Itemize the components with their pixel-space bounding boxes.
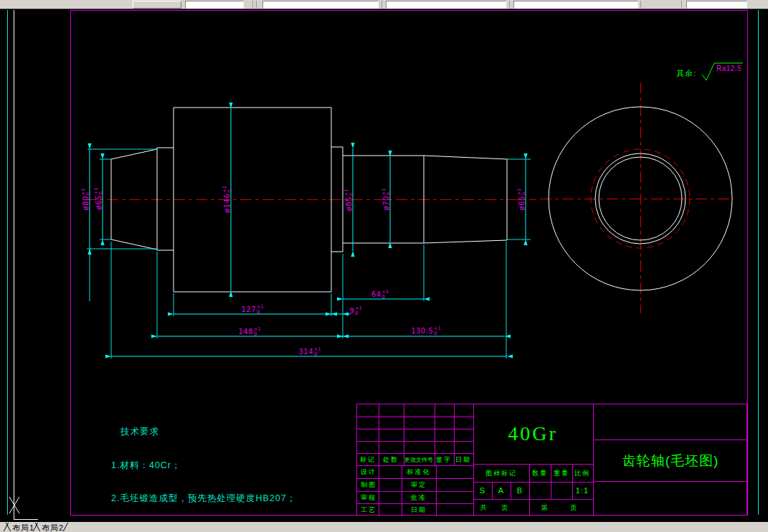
- tech-line: 2.毛坯锻造成型，预先热处理硬度HB207；: [111, 493, 301, 505]
- tb-row-standardize: 标准化: [407, 467, 431, 477]
- tb-sheet-label: 第: [541, 503, 549, 513]
- layout-tab-bar: 布局1 布局2: [0, 522, 768, 532]
- tb-row-review: 审定: [411, 480, 427, 490]
- tab-layout2[interactable]: 布局2: [42, 523, 64, 532]
- tb-header-date: 日期: [455, 455, 471, 465]
- tb-total-page-label: 页: [502, 503, 510, 513]
- tb-row-design: 设计: [361, 467, 376, 477]
- dim-314: 314+10: [298, 347, 321, 356]
- drawing-title: 齿轮轴(毛坯图): [622, 452, 719, 470]
- tech-line: 1.材料：40Cr；: [111, 460, 301, 472]
- tab-layout1[interactable]: 布局1: [12, 523, 34, 532]
- tb-scale-value: 1:1: [576, 486, 589, 495]
- autocad-window: 其余: Ra12.5 ø80+10 ø65+10 ø146+10 ø85+10 …: [0, 0, 768, 532]
- dim-127: 127+10: [241, 305, 263, 314]
- tb-header-mark: 标记: [360, 455, 376, 465]
- tb-row-date: 日期: [411, 505, 427, 515]
- surface-note-prefix: 其余:: [676, 68, 696, 79]
- tb-scale-label: 比例: [574, 469, 590, 478]
- dim-phi146: ø146+10: [222, 186, 232, 213]
- dim-148: 148+10: [238, 327, 260, 336]
- dim-phi85: ø85+10: [344, 189, 354, 212]
- tb-weight-label: 重量: [554, 469, 569, 478]
- extension-lines: [87, 149, 531, 358]
- surface-roughness-value: Ra12.5: [716, 65, 741, 72]
- dim-64: 64+10: [371, 290, 389, 299]
- tb-header-count: 处数: [383, 455, 399, 465]
- material-label: 40Gr: [508, 422, 558, 445]
- tb-row-check: 审核: [361, 493, 376, 503]
- tb-header-change-file: 更改文件号: [404, 456, 433, 464]
- tb-total-label: 共: [480, 503, 488, 513]
- tb-row-draft: 制图: [361, 480, 376, 490]
- dim-phi65-left: ø65+10: [94, 188, 103, 210]
- dim-phi80: ø80+10: [81, 189, 90, 211]
- tb-header-sign: 签字: [436, 455, 452, 465]
- tb-mark-a: A: [498, 486, 504, 495]
- tb-row-process: 工艺: [361, 505, 376, 515]
- title-block: 标记 处数 更改文件号 签字 日期 设计 标准化 制图 审定 审核 批准 工艺 …: [356, 404, 747, 516]
- dim-phi70: ø70+10: [381, 189, 391, 211]
- tb-mark-label: 图样标记: [485, 469, 517, 478]
- dim-9: 9+10: [349, 306, 361, 315]
- tb-mark-s: S: [480, 486, 485, 495]
- technical-requirements: 技术要求 1.材料：40Cr； 2.毛坯锻造成型，预先热处理硬度HB207； 3…: [111, 404, 301, 532]
- tb-mark-b: B: [517, 486, 523, 495]
- tb-qty-label: 数量: [532, 469, 548, 478]
- tb-sheet-page-label: 页: [571, 503, 579, 513]
- centerlines: [85, 82, 734, 313]
- dim-phi65-right: ø65+10: [517, 189, 526, 211]
- dim-130-5: 130.5+10: [411, 326, 441, 336]
- tech-title: 技术要求: [111, 427, 301, 438]
- ucs-icon: [9, 10, 38, 520]
- tb-row-approve: 批准: [411, 493, 427, 503]
- dimension-lines: [90, 108, 526, 356]
